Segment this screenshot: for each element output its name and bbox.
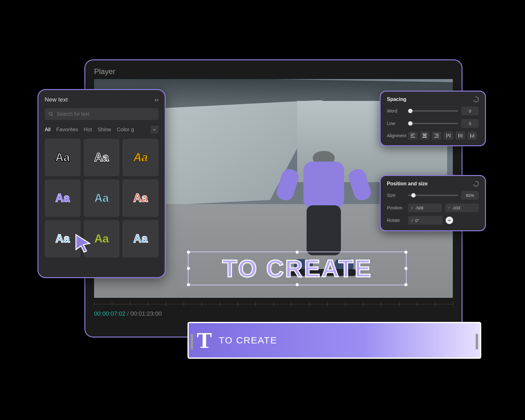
- spacing-title: Spacing: [387, 97, 406, 102]
- position-label: Position: [387, 205, 405, 210]
- alignment-label: Alignment: [387, 133, 405, 138]
- clip-label: TO CREATE: [219, 335, 277, 346]
- resize-handle[interactable]: [296, 251, 299, 254]
- align-bottom-icon[interactable]: [468, 132, 477, 140]
- word-value[interactable]: 0: [461, 107, 479, 115]
- text-style-tile[interactable]: Aa: [84, 139, 120, 176]
- tab-color[interactable]: Color g: [117, 127, 134, 133]
- size-label: Size: [387, 193, 405, 198]
- svg-line-1: [52, 115, 52, 116]
- new-text-title: New text: [45, 96, 68, 103]
- position-panel: Position and size Size 92% Position X-50…: [380, 175, 486, 231]
- tab-favorites[interactable]: Favorites: [56, 127, 78, 133]
- resize-handle[interactable]: [404, 251, 408, 254]
- collapse-icon[interactable]: ‹‹: [155, 97, 158, 103]
- text-style-tile[interactable]: Aa: [45, 179, 81, 217]
- word-slider[interactable]: [408, 110, 458, 112]
- spacing-panel: Spacing Word 0 Line 0 Alignment: [380, 91, 486, 146]
- new-text-panel: New text ‹‹ All Favorites Hot Shine Colo…: [38, 89, 166, 278]
- reset-icon[interactable]: [472, 180, 480, 188]
- position-title: Position and size: [387, 181, 428, 187]
- timecode: 00:00:07:02 / 00:01:23:00: [94, 310, 453, 317]
- position-x-field[interactable]: X-509: [408, 203, 442, 212]
- line-slider[interactable]: [408, 123, 458, 124]
- resize-handle[interactable]: [187, 251, 190, 254]
- resize-handle[interactable]: [187, 267, 190, 270]
- tabs-more-icon[interactable]: [150, 126, 158, 134]
- align-middle-icon[interactable]: [456, 132, 465, 140]
- resize-handle[interactable]: [404, 267, 408, 270]
- alignment-buttons: [408, 132, 477, 140]
- tab-shine[interactable]: Shine: [98, 127, 111, 133]
- size-slider[interactable]: [408, 195, 458, 196]
- tab-all[interactable]: All: [45, 127, 51, 133]
- position-y-field[interactable]: Y-333: [445, 203, 479, 212]
- search-input[interactable]: [57, 111, 155, 117]
- align-top-icon[interactable]: [444, 132, 453, 140]
- text-style-tile[interactable]: Aa: [84, 220, 120, 258]
- rotate-field[interactable]: X0°: [408, 216, 442, 225]
- clip-trim-handle[interactable]: [191, 334, 193, 349]
- rotate-label: Rotate: [387, 218, 405, 223]
- rotate-dial-icon[interactable]: [446, 217, 453, 224]
- text-style-tile[interactable]: Aa: [122, 179, 158, 217]
- overlay-text[interactable]: TO CREATE: [188, 252, 406, 285]
- align-right-icon[interactable]: [432, 132, 441, 140]
- text-style-tile[interactable]: Aa: [45, 220, 81, 258]
- search-box[interactable]: [45, 108, 158, 120]
- text-type-icon: T: [197, 328, 212, 353]
- timecode-current: 00:00:07:02: [94, 310, 125, 317]
- line-value[interactable]: 0: [461, 119, 479, 128]
- resize-handle[interactable]: [187, 283, 190, 286]
- timeline-text-clip[interactable]: T TO CREATE: [188, 322, 481, 359]
- clip-trim-handle[interactable]: [476, 334, 478, 349]
- timeline-ruler[interactable]: [94, 302, 453, 307]
- align-left-icon[interactable]: [408, 132, 418, 140]
- line-label: Line: [387, 121, 405, 126]
- resize-handle[interactable]: [296, 283, 299, 286]
- size-value[interactable]: 92%: [461, 191, 479, 200]
- svg-point-0: [49, 112, 52, 115]
- timecode-total: 00:01:23:00: [130, 310, 162, 317]
- text-style-tile[interactable]: Aa: [84, 179, 120, 217]
- text-style-grid: Aa Aa Aa Aa Aa Aa Aa Aa Aa: [45, 139, 158, 258]
- timecode-sep: /: [127, 310, 131, 317]
- text-overlay-box[interactable]: TO CREATE: [188, 252, 407, 285]
- resize-handle[interactable]: [404, 283, 408, 286]
- player-title: Player: [94, 67, 453, 76]
- tab-hot[interactable]: Hot: [84, 127, 92, 133]
- text-style-tile[interactable]: Aa: [45, 139, 81, 176]
- reset-icon[interactable]: [472, 96, 480, 103]
- text-tabs: All Favorites Hot Shine Color g: [45, 126, 158, 134]
- search-icon: [48, 111, 54, 117]
- text-style-tile[interactable]: Aa: [122, 139, 158, 176]
- word-label: Word: [387, 108, 405, 113]
- align-center-icon[interactable]: [420, 132, 429, 140]
- text-style-tile[interactable]: Aa: [122, 220, 158, 258]
